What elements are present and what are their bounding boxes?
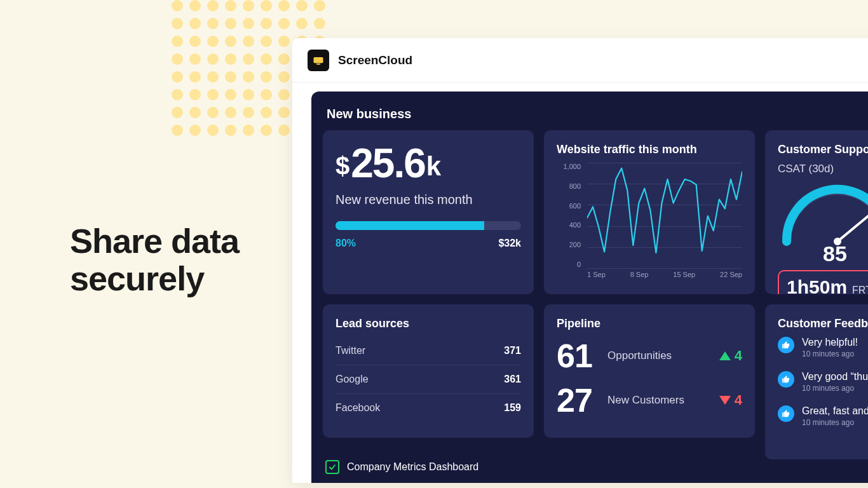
dashboard-logo-icon (325, 460, 339, 474)
traffic-x-axis: 1 Sep8 Sep15 Sep22 Sep (587, 271, 742, 283)
revenue-value: $ 25.6 k (336, 143, 521, 184)
feedback-text: Very helpful! (802, 337, 858, 348)
revenue-subtitle: New revenue this month (336, 193, 521, 207)
card-customer-support: Customer Support CSAT (30d) 85 (765, 130, 868, 294)
leads-table: Twitter371Google361Facebook159 (336, 337, 521, 422)
triangle-up-icon (719, 351, 731, 360)
revenue-currency: $ (336, 153, 348, 179)
pipeline-value: 61 (557, 337, 601, 375)
feedback-item: Very helpful!10 minutes ago (778, 337, 868, 358)
thumbs-up-icon (778, 405, 794, 422)
dashboard-footer-title: Company Metrics Dashboard (347, 461, 478, 473)
app-brand-name: ScreenCloud (338, 53, 412, 67)
lead-value: 371 (504, 345, 521, 356)
csat-gauge (774, 178, 868, 241)
svg-rect-1 (316, 64, 321, 65)
app-window: ScreenCloud New business $ 25.6 k N (292, 38, 868, 483)
feedback-text: Great, fast and f (802, 405, 868, 417)
feedback-title: Customer Feedback (778, 317, 868, 330)
leads-title: Lead sources (336, 317, 521, 330)
frt-badge: 1h50m FRT (778, 270, 868, 294)
lead-name: Google (336, 374, 369, 385)
lead-row: Twitter371 (336, 337, 521, 365)
revenue-progress (336, 221, 521, 230)
revenue-progress-fill (336, 221, 484, 230)
feedback-item: Very good “thum10 minutes ago (778, 371, 868, 393)
traffic-y-axis: 1,0008006004002000 (557, 163, 585, 268)
feedback-list: Very helpful!10 minutes agoVery good “th… (778, 337, 868, 427)
traffic-title: Website traffic this month (557, 143, 742, 156)
revenue-amount: 25.6 (351, 143, 425, 184)
headline-line-2: securely (70, 260, 239, 297)
pipeline-title: Pipeline (557, 317, 742, 330)
lead-value: 159 (504, 402, 521, 414)
headline-line-1: Share data (70, 222, 239, 260)
page-headline: Share data securely (70, 222, 239, 298)
feedback-time: 10 minutes ago (802, 418, 868, 427)
revenue-progress-pct: 80% (336, 238, 356, 249)
csat-label: CSAT (30d) (778, 163, 868, 175)
support-title: Customer Support (778, 143, 868, 156)
lead-row: Facebook159 (336, 394, 521, 422)
card-website-traffic: Website traffic this month 1,00080060040… (544, 130, 755, 294)
dashboard-frame: New business $ 25.6 k New revenue this m… (311, 92, 868, 483)
card-pipeline: Pipeline 61Opportunities427New Customers… (544, 304, 755, 438)
thumbs-up-icon (778, 371, 794, 388)
traffic-chart: 1,0008006004002000 1 Sep8 Sep15 Sep22 Se… (557, 163, 742, 283)
card-lead-sources: Lead sources Twitter371Google361Facebook… (323, 304, 534, 438)
lead-row: Google361 (336, 365, 521, 394)
svg-rect-0 (314, 57, 323, 63)
lead-name: Twitter (336, 345, 365, 356)
section-title-new-business: New business (327, 107, 868, 121)
card-customer-feedback: Customer Feedback Very helpful!10 minute… (765, 304, 868, 459)
frt-label: FRT (852, 285, 868, 294)
feedback-time: 10 minutes ago (802, 349, 858, 358)
pipeline-delta: 4 (719, 392, 742, 409)
svg-point-3 (834, 238, 841, 245)
triangle-down-icon (719, 396, 731, 405)
pipeline-metrics: 61Opportunities427New Customers4 (557, 337, 742, 419)
pipeline-label: Opportunities (607, 349, 713, 362)
card-revenue: $ 25.6 k New revenue this month 80% $32k (323, 130, 534, 294)
svg-line-2 (837, 211, 868, 241)
dashboard-footer: Company Metrics Dashboard (325, 460, 478, 474)
pipeline-value: 27 (557, 381, 601, 419)
feedback-item: Great, fast and f10 minutes ago (778, 405, 868, 427)
pipeline-delta: 4 (719, 348, 742, 364)
revenue-suffix: k (426, 153, 440, 180)
pipeline-metric: 27New Customers4 (557, 381, 742, 419)
traffic-line-series (587, 163, 742, 255)
pipeline-metric: 61Opportunities4 (557, 337, 742, 375)
pipeline-label: New Customers (607, 394, 713, 407)
feedback-time: 10 minutes ago (802, 384, 868, 393)
feedback-text: Very good “thum (802, 371, 868, 383)
frt-value: 1h50m (787, 276, 847, 294)
revenue-target: $32k (498, 238, 521, 249)
lead-name: Facebook (336, 402, 380, 414)
screencloud-logo-icon (308, 50, 329, 71)
lead-value: 361 (504, 374, 521, 385)
thumbs-up-icon (778, 337, 794, 353)
app-header: ScreenCloud (292, 38, 868, 83)
